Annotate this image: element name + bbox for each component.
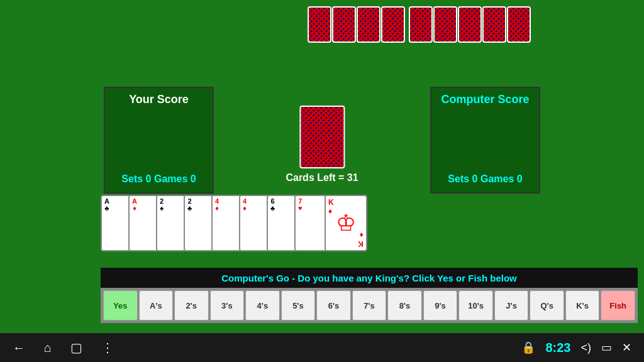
- sevens-button[interactable]: 7's: [352, 290, 387, 321]
- computer-score-panel: Computer Score Sets 0 Games 0: [430, 87, 540, 194]
- nines-button[interactable]: 9's: [423, 290, 458, 321]
- fish-button[interactable]: Fish: [601, 290, 635, 321]
- message-text: Computer's Go - Do you have any King's? …: [221, 273, 516, 283]
- message-bar: Computer's Go - Do you have any King's? …: [101, 268, 638, 289]
- computer-card-1: [308, 6, 331, 43]
- computer-card-9: [507, 6, 531, 43]
- computer-card-2: [332, 6, 356, 43]
- cards-left-label: Cards Left = 31: [286, 172, 358, 184]
- eights-button[interactable]: 8's: [387, 290, 422, 321]
- hand-card-king[interactable]: K♦ ♔ K♦: [325, 195, 367, 251]
- computer-card-7: [458, 6, 482, 43]
- recents-icon[interactable]: ▢: [70, 340, 82, 355]
- lock-icon: 🔒: [521, 341, 535, 354]
- computer-card-3: [357, 6, 380, 43]
- queens-button[interactable]: Q's: [530, 290, 564, 321]
- yes-button[interactable]: Yes: [103, 290, 138, 321]
- computer-card-8: [482, 6, 506, 43]
- computer-score-title: Computer Score: [436, 93, 534, 106]
- share-icon[interactable]: <): [580, 341, 591, 354]
- your-score-panel: Your Score Sets 0 Games 0: [104, 87, 214, 194]
- nav-bar: ← ⌂ ▢ ⋮ 🔒 8:23 <) ▭ ✕: [0, 333, 644, 362]
- computer-card-5: [409, 6, 433, 43]
- player-hand: A♣ A♦ 2♠ 2♣ 4♦ 4♦ 6♣ 7♥ K♦ ♔ K♦: [101, 195, 367, 251]
- draw-pile-card[interactable]: [299, 106, 345, 168]
- back-icon[interactable]: ←: [13, 341, 25, 355]
- your-score-values: Sets 0 Games 0: [110, 173, 208, 187]
- deck-group-1: [308, 6, 405, 43]
- game-area: Your Score Sets 0 Games 0 Computer Score…: [0, 0, 644, 333]
- menu-icon[interactable]: ⋮: [101, 340, 114, 355]
- computer-card-6: [433, 6, 457, 43]
- button-row: Yes A's 2's 3's 4's 5's 6's 7's 8's 9's …: [101, 288, 638, 323]
- computer-score-values: Sets 0 Games 0: [436, 173, 534, 187]
- deck-group-2: [409, 6, 531, 43]
- computer-card-4: [381, 6, 405, 43]
- close-icon[interactable]: ✕: [622, 341, 631, 354]
- home-icon[interactable]: ⌂: [44, 341, 52, 355]
- threes-button[interactable]: 3's: [210, 290, 245, 321]
- aces-button[interactable]: A's: [139, 290, 174, 321]
- clock: 8:23: [545, 341, 570, 355]
- kings-button[interactable]: K's: [565, 290, 600, 321]
- tens-button[interactable]: 10's: [458, 290, 493, 321]
- fours-button[interactable]: 4's: [245, 290, 280, 321]
- screen-icon[interactable]: ▭: [601, 341, 612, 354]
- sixes-button[interactable]: 6's: [316, 290, 351, 321]
- jacks-button[interactable]: J's: [494, 290, 529, 321]
- twos-button[interactable]: 2's: [174, 290, 209, 321]
- fives-button[interactable]: 5's: [281, 290, 316, 321]
- hand-card-8[interactable]: 7♥: [294, 195, 327, 251]
- computer-deck: [308, 6, 531, 43]
- center-deck: Cards Left = 31: [286, 106, 358, 184]
- clock-area: 🔒 8:23 <) ▭ ✕: [521, 341, 631, 355]
- your-score-title: Your Score: [110, 93, 208, 106]
